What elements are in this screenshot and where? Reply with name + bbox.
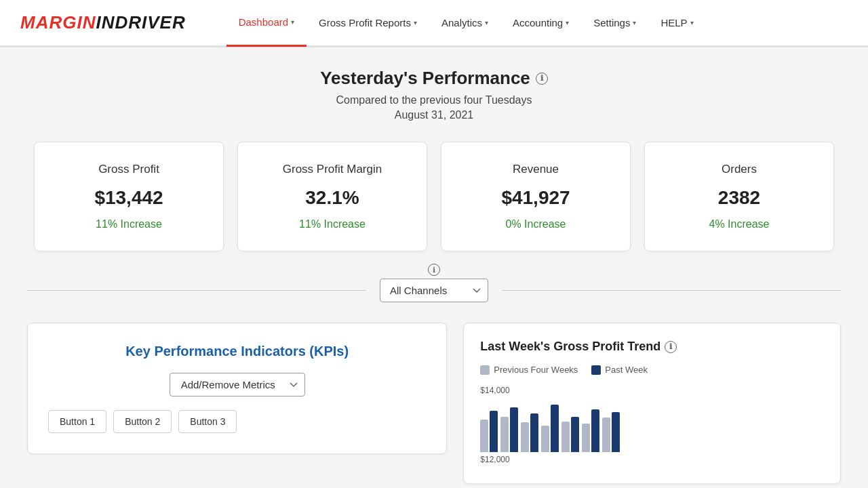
- legend-dot-curr: [591, 365, 601, 375]
- nav-links: Dashboard▾ Gross Profit Reports▾ Analyti…: [226, 0, 706, 47]
- nav-link-gross-profit[interactable]: Gross Profit Reports▾: [307, 0, 429, 47]
- kpi-tab-btn-2[interactable]: Button 2: [113, 410, 172, 433]
- channel-select-wrapper: All ChannelsChannel 1Channel 2: [380, 279, 488, 302]
- chevron-down-icon: ▾: [414, 19, 417, 26]
- channel-info-icon[interactable]: ℹ: [428, 264, 440, 276]
- bar-prev-2: [521, 422, 529, 452]
- kpi-tab-btn-1[interactable]: Button 1: [48, 410, 106, 433]
- gross-profit-info-icon[interactable]: ℹ: [665, 341, 677, 353]
- chart-y-label-top: $14,000: [480, 386, 824, 395]
- gross-profit-panel: Last Week's Gross Profit Trend ℹ Previou…: [463, 323, 841, 484]
- kpi-label-gross-profit-margin: Gross Profit Margin: [252, 163, 413, 176]
- chevron-down-icon: ▾: [291, 18, 294, 26]
- bar-curr-0: [490, 411, 498, 452]
- nav-item-help[interactable]: HELP▾: [648, 0, 705, 47]
- bar-curr-2: [530, 413, 538, 452]
- legend-prev-four-weeks: Previous Four Weeks: [480, 365, 578, 375]
- info-icon[interactable]: ℹ: [536, 73, 548, 85]
- chevron-down-icon: ▾: [690, 19, 694, 26]
- chevron-down-icon: ▾: [566, 19, 569, 26]
- page-title: Yesterday's Performance ℹ: [27, 68, 841, 89]
- nav-link-settings[interactable]: Settings▾: [581, 0, 648, 47]
- kpi-value-gross-profit-margin: 32.1%: [252, 187, 413, 209]
- page-subtitle: Compared to the previous four Tuesdays: [27, 94, 841, 106]
- legend-past-week: Past Week: [591, 365, 648, 375]
- kpi-tab-btn-3[interactable]: Button 3: [178, 410, 237, 433]
- bar-group-4: [561, 417, 579, 453]
- kpi-panel-buttons: Button 1 Button 2 Button 3: [48, 410, 426, 433]
- nav-link-analytics[interactable]: Analytics▾: [429, 0, 500, 47]
- bar-prev-1: [500, 417, 509, 453]
- page-date: August 31, 2021: [27, 109, 841, 121]
- bar-group-6: [602, 412, 620, 453]
- kpi-value-gross-profit: $13,442: [48, 187, 210, 209]
- bar-group-0: [480, 411, 498, 452]
- nav-link-help[interactable]: HELP▾: [648, 0, 705, 47]
- bar-curr-3: [551, 405, 559, 452]
- chevron-down-icon: ▾: [485, 19, 488, 26]
- kpi-panel: Key Performance Indicators (KPIs) Add/Re…: [27, 323, 447, 454]
- bar-prev-3: [541, 426, 549, 452]
- kpi-card-gross-profit: Gross Profit $13,442 11% Increase: [34, 142, 224, 251]
- main-content: Yesterday's Performance ℹ Compared to th…: [0, 47, 868, 488]
- logo-margin: MARGIN: [20, 12, 96, 33]
- nav-item-settings[interactable]: Settings▾: [581, 0, 648, 47]
- bar-curr-1: [510, 407, 518, 452]
- chart-y-label-bottom: $12,000: [480, 455, 824, 464]
- chevron-down-icon: ▾: [633, 19, 636, 26]
- bar-prev-6: [602, 418, 610, 452]
- kpi-label-revenue: Revenue: [455, 163, 616, 176]
- bar-curr-6: [612, 412, 620, 453]
- bar-group-3: [541, 405, 559, 452]
- add-remove-metrics-select[interactable]: Add/Remove Metrics: [170, 373, 305, 396]
- nav-item-analytics[interactable]: Analytics▾: [429, 0, 500, 47]
- brand-logo: MARGININDRIVER: [20, 12, 186, 33]
- logo-driver: DRIVER: [115, 12, 185, 33]
- divider-left: [27, 290, 366, 291]
- bar-group-5: [582, 409, 599, 452]
- nav-item-dashboard[interactable]: Dashboard▾: [226, 0, 307, 47]
- channel-select[interactable]: All ChannelsChannel 1Channel 2: [380, 279, 488, 302]
- nav-item-accounting[interactable]: Accounting▾: [500, 0, 581, 47]
- bar-curr-5: [591, 409, 599, 452]
- kpi-value-orders: 2382: [658, 187, 820, 209]
- chart-bars: [480, 398, 824, 452]
- kpi-label-orders: Orders: [658, 163, 820, 176]
- kpi-value-revenue: $41,927: [455, 187, 616, 209]
- nav-link-dashboard[interactable]: Dashboard▾: [226, 0, 307, 47]
- bar-prev-5: [582, 424, 590, 452]
- kpi-label-gross-profit: Gross Profit: [48, 163, 210, 176]
- nav-item-gross-profit[interactable]: Gross Profit Reports▾: [307, 0, 429, 47]
- chart-legend: Previous Four Weeks Past Week: [480, 365, 824, 375]
- channel-section: ℹ All ChannelsChannel 1Channel 2: [27, 279, 841, 302]
- divider-right: [502, 290, 841, 291]
- kpi-card-gross-profit-margin: Gross Profit Margin 32.1% 11% Increase: [237, 142, 427, 251]
- kpi-change-gross-profit-margin: 11% Increase: [252, 218, 413, 230]
- kpi-panel-title: Key Performance Indicators (KPIs): [48, 344, 426, 359]
- kpi-cards: Gross Profit $13,442 11% Increase Gross …: [27, 142, 841, 251]
- navbar: MARGININDRIVER Dashboard▾ Gross Profit R…: [0, 0, 868, 47]
- logo-in: IN: [96, 12, 115, 33]
- gross-profit-panel-title: Last Week's Gross Profit Trend ℹ: [480, 340, 824, 354]
- legend-dot-prev: [480, 365, 490, 375]
- bar-prev-0: [480, 420, 488, 452]
- bar-group-2: [521, 413, 538, 452]
- kpi-card-orders: Orders 2382 4% Increase: [644, 142, 834, 251]
- kpi-change-revenue: 0% Increase: [455, 218, 616, 230]
- bar-group-1: [500, 407, 518, 452]
- kpi-change-gross-profit: 11% Increase: [48, 218, 210, 230]
- bar-curr-4: [571, 417, 579, 453]
- kpi-change-orders: 4% Increase: [658, 218, 820, 230]
- bottom-panels: Key Performance Indicators (KPIs) Add/Re…: [27, 323, 841, 484]
- page-header: Yesterday's Performance ℹ Compared to th…: [27, 68, 841, 121]
- nav-link-accounting[interactable]: Accounting▾: [500, 0, 581, 47]
- bar-prev-4: [561, 422, 570, 453]
- kpi-card-revenue: Revenue $41,927 0% Increase: [441, 142, 631, 251]
